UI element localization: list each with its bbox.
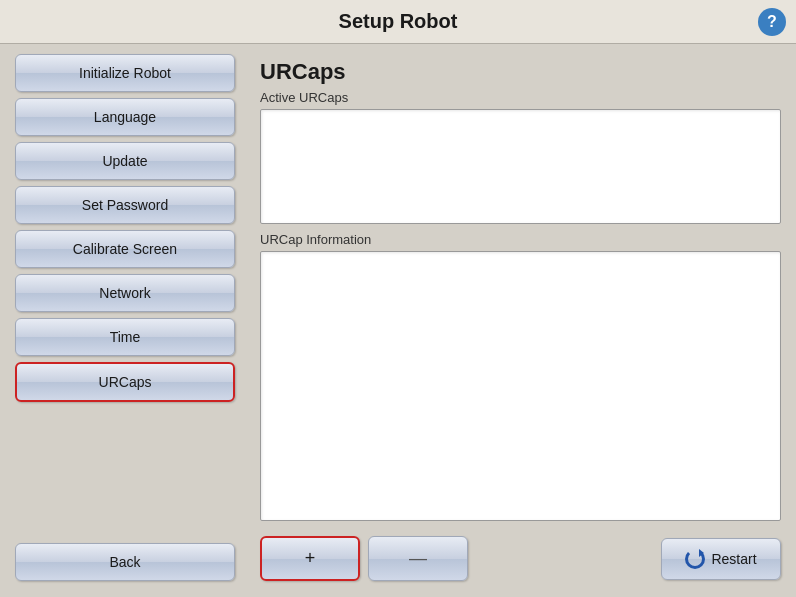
sidebar-btn-set-password[interactable]: Set Password: [15, 186, 235, 224]
sidebar-btn-calibrate-screen[interactable]: Calibrate Screen: [15, 230, 235, 268]
content-title: URCaps: [260, 59, 781, 85]
page-title: Setup Robot: [339, 10, 458, 32]
sidebar-btn-urcaps[interactable]: URCaps: [15, 362, 235, 402]
main-layout: Initialize Robot Language Update Set Pas…: [0, 44, 796, 591]
sidebar-spacer: [15, 408, 235, 537]
urcap-info-box: [260, 251, 781, 521]
sidebar-btn-language[interactable]: Language: [15, 98, 235, 136]
sidebar-btn-initialize-robot[interactable]: Initialize Robot: [15, 54, 235, 92]
active-urcaps-label: Active URCaps: [260, 90, 781, 105]
restart-button[interactable]: Restart: [661, 538, 781, 580]
sidebar-btn-update[interactable]: Update: [15, 142, 235, 180]
bottom-left-buttons: + —: [260, 536, 468, 581]
urcap-info-label: URCap Information: [260, 232, 781, 247]
add-urcap-button[interactable]: +: [260, 536, 360, 581]
remove-urcap-button[interactable]: —: [368, 536, 468, 581]
help-button[interactable]: ?: [758, 8, 786, 36]
content-area: URCaps Active URCaps URCap Information +…: [250, 44, 796, 591]
sidebar-btn-time[interactable]: Time: [15, 318, 235, 356]
header: Setup Robot ?: [0, 0, 796, 44]
sidebar-btn-network[interactable]: Network: [15, 274, 235, 312]
back-button[interactable]: Back: [15, 543, 235, 581]
active-urcaps-box: [260, 109, 781, 224]
restart-label: Restart: [711, 551, 756, 567]
sidebar: Initialize Robot Language Update Set Pas…: [0, 44, 250, 591]
restart-icon: [685, 549, 705, 569]
bottom-buttons: + — Restart: [260, 536, 781, 581]
